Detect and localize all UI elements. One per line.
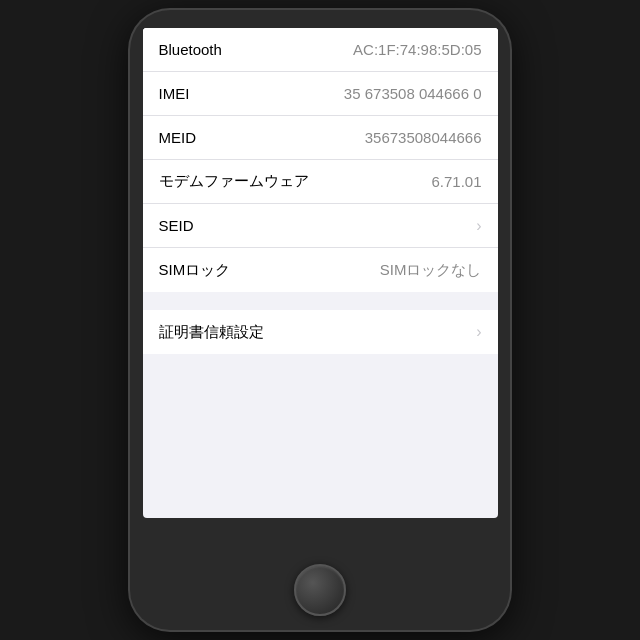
cert-label: 証明書信頼設定 — [159, 323, 264, 342]
meid-value: 35673508044666 — [365, 129, 482, 146]
screen: Bluetooth AC:1F:74:98:5D:05 IMEI 35 6735… — [143, 28, 498, 518]
meid-label: MEID — [159, 129, 197, 146]
bottom-area — [130, 518, 510, 630]
phone-frame: Bluetooth AC:1F:74:98:5D:05 IMEI 35 6735… — [130, 10, 510, 630]
main-info-block: Bluetooth AC:1F:74:98:5D:05 IMEI 35 6735… — [143, 28, 498, 292]
seid-label: SEID — [159, 217, 194, 234]
cert-row[interactable]: 証明書信頼設定 › — [143, 310, 498, 354]
seid-chevron-icon: › — [476, 217, 481, 235]
section-gap — [143, 292, 498, 310]
bluetooth-value: AC:1F:74:98:5D:05 — [353, 41, 481, 58]
modem-row: モデムファームウェア 6.71.01 — [143, 160, 498, 204]
sim-lock-label: SIMロック — [159, 261, 231, 280]
imei-row: IMEI 35 673508 044666 0 — [143, 72, 498, 116]
settings-list: Bluetooth AC:1F:74:98:5D:05 IMEI 35 6735… — [143, 28, 498, 354]
meid-row: MEID 35673508044666 — [143, 116, 498, 160]
modem-label: モデムファームウェア — [159, 172, 309, 191]
sim-lock-value: SIMロックなし — [380, 261, 482, 280]
imei-label: IMEI — [159, 85, 190, 102]
modem-value: 6.71.01 — [431, 173, 481, 190]
cert-block: 証明書信頼設定 › — [143, 310, 498, 354]
seid-row[interactable]: SEID › — [143, 204, 498, 248]
imei-value: 35 673508 044666 0 — [344, 85, 482, 102]
home-button[interactable] — [294, 564, 346, 616]
sim-lock-row: SIMロック SIMロックなし — [143, 248, 498, 292]
cert-chevron-icon: › — [476, 323, 481, 341]
bluetooth-row: Bluetooth AC:1F:74:98:5D:05 — [143, 28, 498, 72]
bluetooth-label: Bluetooth — [159, 41, 222, 58]
